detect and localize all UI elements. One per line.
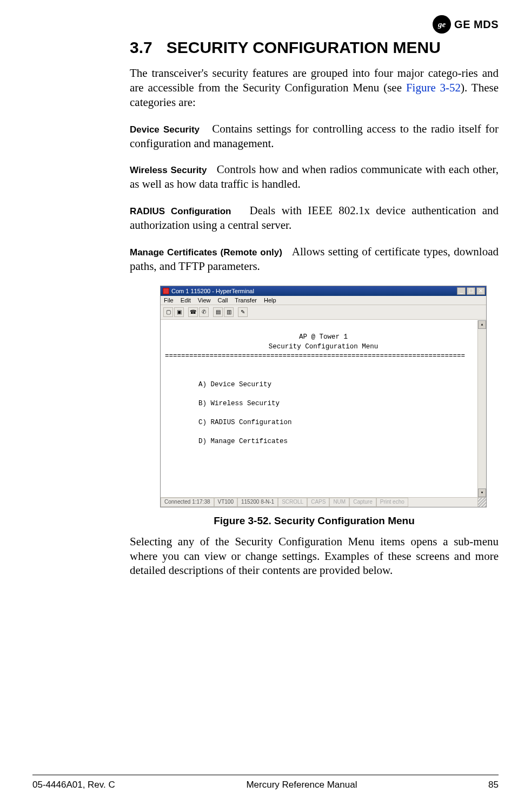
menu-call[interactable]: Call <box>218 297 228 303</box>
scroll-down-icon[interactable]: ▾ <box>478 488 486 497</box>
status-scroll: SCROLL <box>278 498 307 507</box>
ge-monogram-icon: ge <box>433 15 451 34</box>
close-button[interactable]: ✕ <box>476 287 485 295</box>
status-num: NUM <box>329 498 349 507</box>
figure-caption: Figure 3-52. Security Configuration Menu <box>130 515 499 527</box>
section-heading: 3.7SECURITY CONFIGURATION MENU <box>130 38 499 57</box>
toolbar-connect-icon[interactable]: ☎ <box>188 307 198 317</box>
intro-paragraph: The transceiver's security features are … <box>130 66 499 110</box>
status-params: 115200 8-N-1 <box>237 498 278 507</box>
terminal-header-line1: AP @ Tower 1 <box>165 333 482 342</box>
section-title-text: SECURITY CONFIGURATION MENU <box>167 38 441 56</box>
toolbar-properties-icon[interactable]: ✎ <box>238 307 248 317</box>
toolbar-open-icon[interactable]: ▣ <box>174 307 184 317</box>
item-radius-configuration: RADIUS Configuration Deals with IEEE 802… <box>130 203 499 233</box>
item-head: RADIUS Configuration <box>130 206 231 216</box>
scrollbar-vertical[interactable]: ▴ ▾ <box>477 320 486 497</box>
maximize-button[interactable]: ☐ <box>467 287 475 295</box>
item-wireless-security: Wireless Security Controls how and when … <box>130 162 499 192</box>
terminal-divider: ========================================… <box>165 352 482 361</box>
menu-help[interactable]: Help <box>264 297 276 303</box>
menu-edit[interactable]: Edit <box>181 297 191 303</box>
menu-transfer[interactable]: Transfer <box>235 297 257 303</box>
terminal-option-b: B) Wireless Security <box>198 399 482 409</box>
figure-terminal-window: Com 1 115200 - HyperTerminal _ ☐ ✕ File … <box>160 286 487 507</box>
status-caps: CAPS <box>307 498 329 507</box>
item-head: Device Security <box>130 124 200 135</box>
status-capture: Capture <box>349 498 376 507</box>
item-device-security: Device Security Contains settings for co… <box>130 122 499 151</box>
toolbar-receive-icon[interactable]: ▥ <box>224 307 234 317</box>
window-titlebar: Com 1 115200 - HyperTerminal _ ☐ ✕ <box>161 286 486 296</box>
window-title: Com 1 115200 - HyperTerminal <box>171 288 254 294</box>
footer-docnumber: 05-4446A01, Rev. C <box>32 780 115 790</box>
footer-doctitle: Mercury Reference Manual <box>246 780 357 790</box>
toolbar-disconnect-icon[interactable]: ✆ <box>199 307 209 317</box>
main-content: 3.7SECURITY CONFIGURATION MENU The trans… <box>130 38 499 578</box>
window-buttons: _ ☐ ✕ <box>457 287 485 295</box>
minimize-button[interactable]: _ <box>457 287 466 295</box>
hyperterminal-window: Com 1 115200 - HyperTerminal _ ☐ ✕ File … <box>160 286 487 507</box>
menu-file[interactable]: File <box>164 297 174 303</box>
scroll-up-icon[interactable]: ▴ <box>478 320 486 329</box>
item-head: Wireless Security <box>130 165 207 175</box>
menu-view[interactable]: View <box>198 297 211 303</box>
terminal-header-line2: Security Configuration Menu <box>165 342 482 352</box>
status-bar: Connected 1:17:38 VT100 115200 8-N-1 SCR… <box>161 497 486 507</box>
app-icon <box>163 288 169 294</box>
item-manage-certificates: Manage Certificates (Remote only) Allows… <box>130 245 499 274</box>
ge-mds-text: GE MDS <box>454 18 499 31</box>
terminal-option-a: A) Device Security <box>198 380 482 390</box>
toolbar-new-icon[interactable]: ▢ <box>163 307 173 317</box>
status-connected-time: Connected 1:17:38 <box>161 498 214 507</box>
footer-pagenumber: 85 <box>488 780 499 790</box>
page-footer: 05-4446A01, Rev. C Mercury Reference Man… <box>32 775 499 790</box>
status-emulation: VT100 <box>214 498 237 507</box>
terminal-option-d: D) Manage Certificates <box>198 437 482 447</box>
menu-bar: File Edit View Call Transfer Help <box>161 296 486 305</box>
figure-reference-link[interactable]: Figure 3-52 <box>406 81 461 94</box>
section-number: 3.7 <box>130 38 152 57</box>
terminal-option-c: C) RADIUS Configuration <box>198 418 482 428</box>
resize-grip-icon[interactable] <box>477 498 486 507</box>
terminal-screen[interactable]: AP @ Tower 1Security Configuration Menu=… <box>161 320 486 497</box>
outro-paragraph: Selecting any of the Security Configurat… <box>130 534 499 578</box>
item-head: Manage Certificates (Remote only) <box>130 247 282 258</box>
header-logo: ge GE MDS <box>433 15 499 34</box>
toolbar: ▢ ▣ ☎ ✆ ▤ ▥ ✎ <box>161 305 486 320</box>
status-printecho: Print echo <box>376 498 408 507</box>
toolbar-send-icon[interactable]: ▤ <box>213 307 223 317</box>
